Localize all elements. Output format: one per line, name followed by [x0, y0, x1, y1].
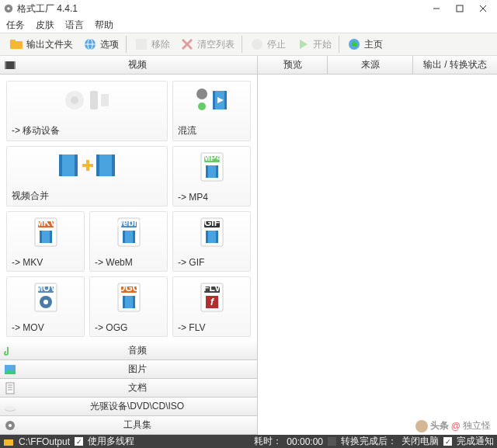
- svg-text:FLV: FLV: [203, 283, 221, 293]
- svg-text:webm: webm: [115, 217, 142, 228]
- multithread-label: 使用多线程: [88, 435, 134, 448]
- separator: [339, 36, 339, 53]
- list-body[interactable]: [258, 75, 497, 435]
- svg-rect-37: [86, 160, 89, 171]
- after-checkbox[interactable]: [328, 437, 336, 446]
- svg-text:MOV: MOV: [35, 283, 56, 293]
- svg-rect-31: [59, 155, 62, 176]
- menu-language[interactable]: 语言: [65, 19, 84, 32]
- right-pane: 预览 来源 输出 / 转换状态: [258, 56, 497, 435]
- svg-text:MKV: MKV: [35, 217, 56, 228]
- menu-task[interactable]: 任务: [6, 19, 25, 32]
- picture-icon: [3, 363, 17, 377]
- category-document[interactable]: 文档: [0, 379, 257, 398]
- home-button[interactable]: 主页: [342, 34, 387, 54]
- svg-rect-48: [40, 231, 42, 243]
- video-grid: -> 移动设备 混流 视频合并 MP4 -> MP4 MKV -> MKV we…: [0, 75, 257, 342]
- svg-text:GIF: GIF: [204, 217, 220, 228]
- svg-point-21: [71, 96, 78, 104]
- svg-point-87: [9, 424, 12, 427]
- disc-icon: [3, 400, 17, 414]
- svg-rect-55: [133, 231, 135, 243]
- svg-text:MP4: MP4: [202, 152, 221, 163]
- multithread-checkbox[interactable]: ✓: [75, 437, 83, 446]
- options-button[interactable]: 选项: [78, 34, 123, 54]
- output-path[interactable]: C:\FFOutput: [19, 436, 70, 447]
- flv-icon: FLVf: [198, 282, 226, 315]
- category-audio[interactable]: 音频: [0, 342, 257, 360]
- svg-rect-11: [136, 39, 147, 50]
- clear-icon: [179, 36, 195, 52]
- category-video[interactable]: 视频: [0, 56, 257, 75]
- menu-help[interactable]: 帮助: [95, 19, 113, 32]
- svg-rect-60: [206, 231, 208, 243]
- tile-mov[interactable]: MOV -> MOV: [6, 276, 85, 337]
- tile-mobile[interactable]: -> 移动设备: [6, 81, 168, 141]
- tile-mux[interactable]: 混流: [172, 81, 251, 141]
- category-tools[interactable]: 工具集: [0, 416, 257, 435]
- maximize-button[interactable]: [449, 2, 471, 16]
- separator: [242, 36, 242, 53]
- svg-text:OGG: OGG: [117, 283, 139, 293]
- tile-webm[interactable]: webm -> WebM: [89, 211, 168, 272]
- window-title: 格式工厂 4.4.1: [17, 2, 426, 16]
- svg-rect-23: [101, 94, 109, 106]
- tile-merge[interactable]: 视频合并: [6, 146, 168, 207]
- svg-rect-42: [206, 165, 208, 178]
- svg-rect-61: [216, 231, 218, 243]
- stop-icon: [249, 36, 265, 52]
- svg-rect-17: [5, 61, 16, 69]
- tile-ogg[interactable]: OGG -> OGG: [89, 276, 168, 337]
- svg-rect-54: [123, 231, 125, 243]
- video-icon: [3, 58, 17, 72]
- folder-icon: [9, 36, 24, 52]
- separator: [126, 36, 127, 53]
- remove-button[interactable]: 移除: [130, 34, 174, 54]
- close-button[interactable]: [472, 2, 494, 16]
- output-folder-button[interactable]: 输出文件夹: [5, 34, 77, 54]
- clear-button[interactable]: 清空列表: [176, 34, 238, 54]
- remove-icon: [134, 36, 149, 52]
- folder-icon[interactable]: [3, 436, 14, 447]
- tile-mp4[interactable]: MP4 -> MP4: [172, 146, 251, 207]
- svg-rect-3: [457, 5, 463, 12]
- col-preview[interactable]: 预览: [258, 56, 328, 74]
- home-icon: [346, 36, 362, 52]
- titlebar: 格式工厂 4.4.1: [0, 0, 497, 17]
- minimize-button[interactable]: [426, 2, 447, 16]
- svg-rect-27: [213, 91, 215, 109]
- after-label: 转换完成后：: [341, 435, 397, 448]
- stop-button[interactable]: 停止: [245, 34, 290, 54]
- category-picture[interactable]: 图片: [0, 360, 257, 379]
- mp4-icon: MP4: [198, 151, 226, 185]
- mux-icon: [194, 86, 230, 116]
- svg-rect-34: [96, 155, 99, 176]
- audio-icon: [3, 344, 17, 358]
- svg-rect-80: [6, 383, 14, 394]
- col-status[interactable]: 输出 / 转换状态: [413, 56, 497, 74]
- app-icon: [3, 3, 14, 14]
- svg-rect-18: [5, 61, 6, 69]
- svg-rect-71: [123, 296, 125, 308]
- start-button[interactable]: 开始: [291, 34, 335, 54]
- svg-rect-22: [90, 91, 98, 109]
- menubar: 任务 皮肤 语言 帮助: [0, 17, 497, 33]
- webm-icon: webm: [115, 217, 143, 250]
- category-dvd[interactable]: 光驱设备\DVD\CD\ISO: [0, 398, 257, 416]
- after-value[interactable]: 关闭电脑: [401, 435, 439, 448]
- notify-checkbox[interactable]: ✓: [443, 437, 452, 446]
- svg-rect-88: [4, 439, 13, 446]
- merge-icon: [56, 151, 118, 182]
- col-source[interactable]: 来源: [328, 56, 413, 74]
- svg-point-14: [252, 39, 262, 50]
- tile-gif[interactable]: GIF -> GIF: [172, 211, 251, 272]
- svg-point-24: [196, 89, 207, 99]
- svg-rect-28: [224, 91, 227, 109]
- svg-rect-35: [112, 155, 115, 176]
- tile-mkv[interactable]: MKV -> MKV: [6, 211, 85, 272]
- menu-skin[interactable]: 皮肤: [36, 19, 54, 32]
- svg-rect-43: [216, 165, 218, 178]
- tools-icon: [3, 418, 17, 432]
- tile-flv[interactable]: FLVf -> FLV: [172, 276, 251, 337]
- ogg-icon: OGG: [115, 282, 143, 315]
